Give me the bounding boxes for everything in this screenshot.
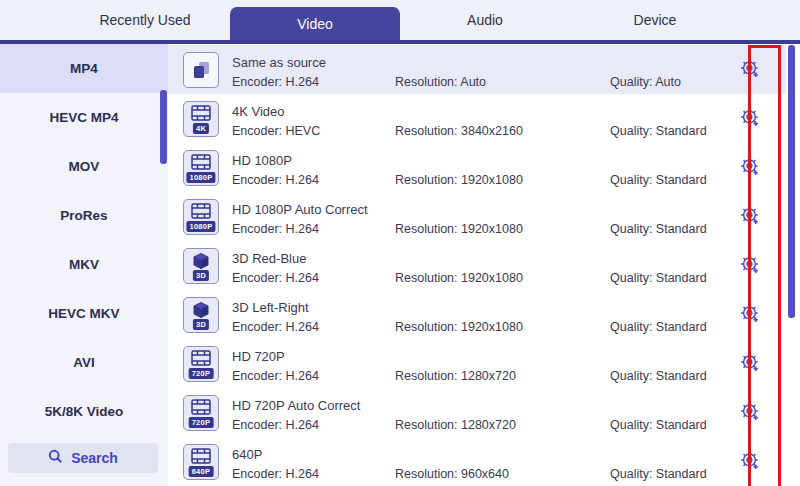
sidebar-item-hevc-mp4[interactable]: HEVC MP4 [0,93,168,142]
resolution-badge: 3D [193,319,209,330]
preset-encoder: Encoder: H.264 [232,271,395,285]
preset-row-3d-red-blue[interactable]: 3D3D Red-BlueEncoder: H.264Resolution: 1… [168,241,786,290]
gear-icon [739,156,762,179]
preset-name: HD 720P Auto Correct [232,398,395,413]
gear-icon [739,401,762,424]
sidebar-item-prores[interactable]: ProRes [0,191,168,240]
gear-icon [739,303,762,326]
resolution-badge: 720P [189,368,214,379]
preset-encoder: Encoder: HEVC [232,124,395,138]
preset-name: HD 1080P [232,153,395,168]
preset-resolution: Resolution: Auto [395,75,610,89]
preset-encoder: Encoder: H.264 [232,369,395,383]
resolution-badge: 640P [189,466,214,477]
preset-quality: Quality: Standard [610,124,714,138]
preset-row-hd-720p[interactable]: 720PHD 720PEncoder: H.264Resolution: 128… [168,339,786,388]
preset-name: HD 720P [232,349,395,364]
preset-quality: Quality: Standard [610,369,714,383]
cube-icon: 3D [183,248,219,284]
preset-quality: Quality: Standard [610,418,714,432]
gear-icon [739,58,762,81]
search-icon [48,449,63,467]
preset-list: Same as sourceEncoder: H.264Resolution: … [168,45,786,486]
preset-quality: Quality: Auto [610,75,714,89]
preset-resolution: Resolution: 960x640 [395,467,610,481]
preset-quality: Quality: Standard [610,467,714,481]
film-icon: 1080P [183,199,219,235]
preset-row-640p[interactable]: 640P640PEncoder: H.264Resolution: 960x64… [168,437,786,486]
settings-gear-button[interactable] [737,351,763,377]
sidebar-item-avi[interactable]: AVI [0,338,168,387]
preset-name: 3D Left-Right [232,300,395,315]
sidebar-item-mkv[interactable]: MKV [0,240,168,289]
preset-encoder: Encoder: H.264 [232,320,395,334]
preset-quality: Quality: Standard [610,173,714,187]
resolution-badge: 1080P [186,172,215,183]
preset-encoder: Encoder: H.264 [232,173,395,187]
preset-quality: Quality: Standard [610,320,714,334]
settings-gear-button[interactable] [737,57,763,83]
preset-quality: Quality: Standard [610,222,714,236]
list-scrollbar-thumb[interactable] [788,45,795,318]
preset-row-hd-1080p-auto-correct[interactable]: 1080PHD 1080P Auto CorrectEncoder: H.264… [168,192,786,241]
search-button[interactable]: Search [8,443,158,473]
gear-icon [739,107,762,130]
preset-resolution: Resolution: 3840x2160 [395,124,610,138]
preset-resolution: Resolution: 1920x1080 [395,271,610,285]
preset-resolution: Resolution: 1920x1080 [395,173,610,187]
sidebar-item-5k-8k-video[interactable]: 5K/8K Video [0,387,168,436]
resolution-badge: 720P [189,417,214,428]
settings-gear-button[interactable] [737,449,763,475]
settings-gear-button[interactable] [737,106,763,132]
preset-name: 4K Video [232,104,395,119]
settings-gear-button[interactable] [737,155,763,181]
search-button-label: Search [71,450,118,466]
resolution-badge: 4K [193,123,209,134]
film-icon: 640P [183,444,219,480]
preset-name: 640P [232,447,395,462]
cube-icon: 3D [183,297,219,333]
preset-encoder: Encoder: H.264 [232,222,395,236]
resolution-badge: 3D [193,270,209,281]
preset-encoder: Encoder: H.264 [232,418,395,432]
preset-quality: Quality: Standard [610,271,714,285]
tab-device[interactable]: Device [570,0,740,40]
copy-icon [183,52,219,88]
preset-row-3d-left-right[interactable]: 3D3D Left-RightEncoder: H.264Resolution:… [168,290,786,339]
sidebar-scrollbar-thumb[interactable] [160,90,167,164]
sidebar-item-mp4[interactable]: MP4 [0,44,168,93]
settings-gear-button[interactable] [737,204,763,230]
tab-audio[interactable]: Audio [400,0,570,40]
film-icon: 4K [183,101,219,137]
preset-row-same-as-source[interactable]: Same as sourceEncoder: H.264Resolution: … [168,45,786,94]
settings-gear-button[interactable] [737,253,763,279]
gear-icon [739,254,762,277]
preset-name: HD 1080P Auto Correct [232,202,395,217]
preset-resolution: Resolution: 1920x1080 [395,222,610,236]
preset-encoder: Encoder: H.264 [232,467,395,481]
film-icon: 1080P [183,150,219,186]
settings-gear-button[interactable] [737,400,763,426]
gear-icon [739,352,762,375]
preset-resolution: Resolution: 1280x720 [395,369,610,383]
resolution-badge: 1080P [186,221,215,232]
preset-resolution: Resolution: 1920x1080 [395,320,610,334]
tab-video[interactable]: Video [230,7,400,40]
format-sidebar: MP4HEVC MP4MOVProResMKVHEVC MKVAVI5K/8K … [0,44,168,486]
film-icon: 720P [183,395,219,431]
sidebar-item-mov[interactable]: MOV [0,142,168,191]
film-icon: 720P [183,346,219,382]
preset-row-hd-1080p[interactable]: 1080PHD 1080PEncoder: H.264Resolution: 1… [168,143,786,192]
gear-icon [739,205,762,228]
preset-row-4k-video[interactable]: 4K4K VideoEncoder: HEVCResolution: 3840x… [168,94,786,143]
tab-recently-used[interactable]: Recently Used [60,0,230,40]
preset-name: Same as source [232,55,395,70]
sidebar-item-hevc-mkv[interactable]: HEVC MKV [0,289,168,338]
preset-row-hd-720p-auto-correct[interactable]: 720PHD 720P Auto CorrectEncoder: H.264Re… [168,388,786,437]
preset-resolution: Resolution: 1280x720 [395,418,610,432]
settings-gear-button[interactable] [737,302,763,328]
preset-encoder: Encoder: H.264 [232,75,395,89]
preset-name: 3D Red-Blue [232,251,395,266]
format-tab-bar: Recently UsedVideoAudioDevice [0,0,800,40]
gear-icon [739,450,762,473]
